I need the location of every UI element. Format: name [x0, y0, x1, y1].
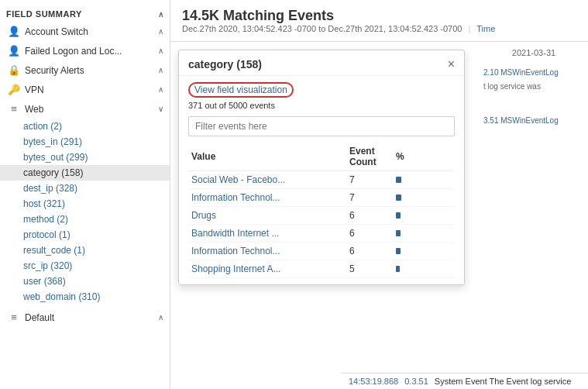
default-label: Default	[25, 312, 54, 323]
popup-close-button[interactable]: ×	[448, 58, 455, 71]
sidebar-sub-src-ip[interactable]: src_ip (320)	[0, 258, 170, 274]
sidebar-sub-dest-ip[interactable]: dest_ip (328)	[0, 181, 170, 196]
sidebar-sub-protocol[interactable]: protocol (1)	[0, 227, 170, 243]
vpn-chevron[interactable]: ∧	[158, 85, 163, 94]
sidebar-sub-category[interactable]: category (158)	[0, 165, 170, 181]
popup-body: View field visualization 371 out of 5000…	[179, 76, 464, 284]
popup-title: category (158)	[188, 58, 262, 71]
col-header-value: Value	[188, 143, 346, 171]
field-summary-header: FIELD SUMMARY ∧	[0, 6, 170, 22]
table-cell-pct	[393, 171, 455, 189]
table-cell-value[interactable]: Shopping Internet A...	[188, 260, 346, 278]
log-entry-2: t log service was	[483, 81, 584, 92]
table-cell-pct	[393, 225, 455, 243]
account-switch-label: Account Switch	[25, 26, 88, 37]
log-entries: 2.10 MSWinEventLog t log service was 3.5…	[480, 64, 588, 133]
bottom-text: System Event The Event log service	[435, 377, 572, 386]
sidebar-sub-host[interactable]: host (321)	[0, 196, 170, 212]
sidebar-sub-bytes-out[interactable]: bytes_out (299)	[0, 150, 170, 165]
log-entry-1: 2.10 MSWinEventLog	[483, 67, 584, 78]
failed-logon-chevron[interactable]: ∧	[158, 46, 163, 55]
category-popup: category (158) × View field visualizatio…	[178, 50, 465, 285]
time-button[interactable]: Time	[476, 24, 495, 33]
table-row: Shopping Internet A...5	[188, 260, 455, 278]
web-label: Web	[25, 104, 43, 115]
table-cell-value[interactable]: Information Technol...	[188, 189, 346, 207]
bottom-number: 0.3.51	[404, 377, 428, 386]
sidebar-sub-result-code[interactable]: result_code (1)	[0, 243, 170, 258]
web-icon: ≡	[8, 103, 20, 115]
sidebar-sub-web-domain[interactable]: web_domain (310)	[0, 289, 170, 305]
sidebar-item-security-alerts[interactable]: 🔒 Security Alerts ∧	[0, 60, 170, 80]
default-chevron[interactable]: ∧	[158, 313, 163, 322]
log-entry-3: 3.51 MSWinEventLog	[483, 115, 584, 126]
field-summary-label: FIELD SUMMARY	[6, 9, 82, 19]
table-cell-pct	[393, 243, 455, 260]
sidebar-sub-user[interactable]: user (368)	[0, 274, 170, 289]
sidebar-sub-method[interactable]: method (2)	[0, 212, 170, 227]
bottom-bar: 14:53:19.868 0.3.51 System Event The Eve…	[341, 373, 588, 389]
table-cell-count: 6	[346, 225, 393, 243]
sidebar-sub-bytes-in[interactable]: bytes_in (291)	[0, 134, 170, 150]
table-row: Drugs6	[188, 207, 455, 225]
col-header-count: Event Count	[346, 143, 393, 171]
table-cell-pct	[393, 189, 455, 207]
sidebar-sub-action[interactable]: action (2)	[0, 119, 170, 134]
table-row: Information Technol...7	[188, 189, 455, 207]
sidebar-item-account-switch[interactable]: 👤 Account Switch ∧	[0, 22, 170, 41]
vpn-icon: 🔑	[8, 84, 20, 95]
table-cell-value[interactable]: Social Web - Facebo...	[188, 171, 346, 189]
right-panel: 2021-03-31 2.10 MSWinEventLog t log serv…	[480, 42, 588, 389]
web-chevron[interactable]: ∨	[158, 105, 163, 113]
table-cell-value[interactable]: Bandwidth Internet ...	[188, 225, 346, 243]
sidebar: FIELD SUMMARY ∧ 👤 Account Switch ∧ 👤 Fai…	[0, 0, 170, 389]
account-switch-chevron[interactable]: ∧	[158, 27, 163, 36]
default-icon: ≡	[8, 312, 20, 323]
table-cell-count: 7	[346, 189, 393, 207]
matching-events-title: 14.5K Matching Events	[182, 8, 576, 24]
sidebar-item-web[interactable]: ≡ Web ∨	[0, 99, 170, 119]
bottom-timestamp: 14:53:19.868	[349, 377, 398, 386]
security-alerts-chevron[interactable]: ∧	[158, 66, 163, 74]
table-cell-count: 6	[346, 207, 393, 225]
events-count-text: 371 out of 5000 events	[188, 101, 455, 110]
table-cell-pct	[393, 260, 455, 278]
vpn-label: VPN	[25, 84, 44, 95]
table-cell-value[interactable]: Information Technol...	[188, 243, 346, 260]
col-header-pct: %	[393, 143, 455, 171]
security-alerts-label: Security Alerts	[25, 65, 84, 76]
table-row: Social Web - Facebo...7	[188, 171, 455, 189]
failed-logon-icon: 👤	[8, 45, 20, 57]
sidebar-item-failed-logon[interactable]: 👤 Failed Logon and Loc... ∧	[0, 41, 170, 60]
field-summary-chevron[interactable]: ∧	[158, 10, 164, 19]
main-area: 14.5K Matching Events Dec.27th 2020, 13:…	[170, 0, 588, 389]
sidebar-item-default[interactable]: ≡ Default ∧	[0, 308, 170, 327]
popup-table: Value Event Count % Social Web - Facebo.…	[188, 143, 455, 278]
date-range-text: Dec.27th 2020, 13:04:52.423 -0700 to Dec…	[182, 24, 462, 33]
table-row: Information Technol...6	[188, 243, 455, 260]
table-cell-count: 6	[346, 243, 393, 260]
view-field-visualization-link[interactable]: View field visualization	[188, 82, 294, 98]
account-switch-icon: 👤	[8, 26, 20, 37]
failed-logon-label: Failed Logon and Loc...	[25, 46, 122, 57]
popup-header: category (158) ×	[179, 50, 464, 76]
table-cell-value[interactable]: Drugs	[188, 207, 346, 225]
security-alerts-icon: 🔒	[8, 64, 20, 76]
filter-events-input[interactable]	[188, 116, 455, 136]
main-body: 2021-03-31 2.10 MSWinEventLog t log serv…	[170, 42, 588, 389]
popup-table-container[interactable]: Value Event Count % Social Web - Facebo.…	[188, 143, 455, 278]
sidebar-item-vpn[interactable]: 🔑 VPN ∧	[0, 80, 170, 99]
date-range: Dec.27th 2020, 13:04:52.423 -0700 to Dec…	[182, 24, 576, 33]
table-row: Bandwidth Internet ...6	[188, 225, 455, 243]
table-cell-count: 7	[346, 171, 393, 189]
table-cell-count: 5	[346, 260, 393, 278]
table-cell-pct	[393, 207, 455, 225]
chart-date-label: 2021-03-31	[480, 42, 588, 64]
main-header: 14.5K Matching Events Dec.27th 2020, 13:…	[170, 0, 588, 42]
